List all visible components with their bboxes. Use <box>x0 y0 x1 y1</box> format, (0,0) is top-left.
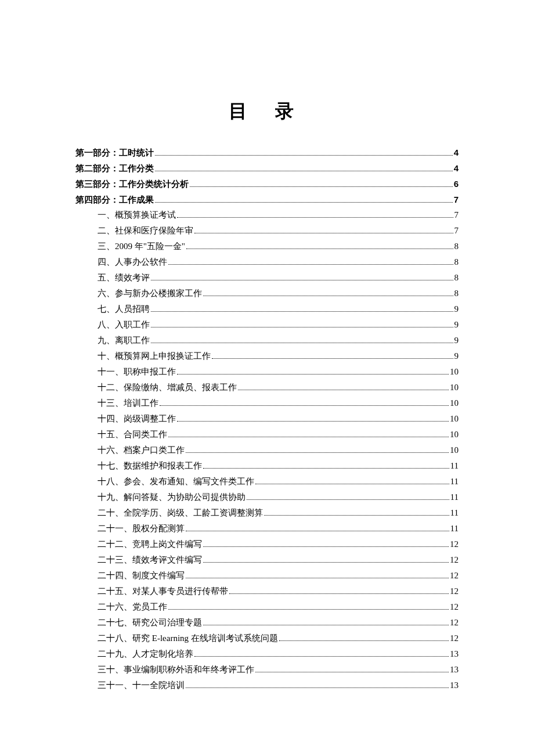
toc-entry: 二十四、制度文件编写12 <box>75 568 459 584</box>
toc-dots-leader <box>151 343 453 343</box>
toc-dots-leader <box>186 687 449 688</box>
toc-entry-page: 11 <box>450 474 459 489</box>
toc-entry-label: 一、概预算换证考试 <box>98 207 176 223</box>
toc-dots-leader <box>255 484 449 484</box>
toc-dots-leader <box>186 578 449 578</box>
toc-dots-leader <box>168 437 449 437</box>
toc-entry-page: 10 <box>450 364 459 380</box>
toc-dots-leader <box>155 171 453 171</box>
toc-dots-leader <box>203 546 449 547</box>
toc-dots-leader <box>168 609 449 610</box>
toc-entry: 七、人员招聘9 <box>75 301 459 317</box>
toc-dots-leader <box>203 562 449 563</box>
toc-entry: 二十五、对某人事专员进行传帮带12 <box>75 584 459 599</box>
toc-entry: 二、社保和医疗保险年审7 <box>75 223 459 239</box>
toc-entry-label: 十五、合同类工作 <box>98 427 167 442</box>
toc-entry-label: 十四、岗级调整工作 <box>98 411 176 427</box>
toc-entry: 八、入职工作9 <box>75 317 459 333</box>
toc-entry: 十、概预算网上申报换证工作9 <box>75 348 459 364</box>
toc-entry: 第一部分：工时统计4 <box>75 145 459 160</box>
toc-dots-leader <box>177 374 449 375</box>
toc-entry: 二十、全院学历、岗级、工龄工资调整测算11 <box>75 505 459 521</box>
toc-entry: 二十八、研究 E-learning 在线培训考试系统问题12 <box>75 631 459 646</box>
toc-entry-label: 十七、数据维护和报表工作 <box>98 458 202 474</box>
toc-entry-label: 十、概预算网上申报换证工作 <box>98 348 211 364</box>
toc-dots-leader <box>264 515 449 516</box>
toc-entry-page: 11 <box>450 505 459 521</box>
toc-entry: 十九、解问答疑、为协助公司提供协助11 <box>75 489 459 505</box>
toc-entry: 六、参与新办公楼搬家工作8 <box>75 286 459 301</box>
toc-entry: 九、离职工作9 <box>75 333 459 348</box>
toc-entry-page: 13 <box>450 662 459 678</box>
toc-dots-leader <box>186 249 453 249</box>
toc-dots-leader <box>212 358 453 359</box>
toc-entry: 五、绩效考评8 <box>75 270 459 286</box>
toc-entry-label: 二、社保和医疗保险年审 <box>98 223 193 239</box>
toc-entry: 三十、事业编制职称外语和年终考评工作13 <box>75 662 459 678</box>
toc-entry: 十一、职称申报工作10 <box>75 364 459 380</box>
toc-entry-label: 二十七、研究公司治理专题 <box>98 615 202 631</box>
toc-dots-leader <box>238 390 449 390</box>
toc-dots-leader <box>194 656 449 657</box>
toc-entry-label: 第三部分：工作分类统计分析 <box>75 176 189 192</box>
toc-dots-leader <box>168 264 453 265</box>
toc-dots-leader <box>203 625 449 625</box>
toc-dots-leader <box>177 217 453 218</box>
toc-dots-leader <box>229 593 449 594</box>
toc-entry-label: 三、2009 年"五险一金" <box>98 239 185 254</box>
toc-entry-page: 9 <box>454 333 459 348</box>
toc-entry: 二十六、党员工作12 <box>75 599 459 615</box>
toc-entry: 第三部分：工作分类统计分析6 <box>75 176 459 192</box>
toc-entry-page: 8 <box>454 270 459 286</box>
toc-dots-leader <box>255 672 449 672</box>
toc-entry-label: 第一部分：工时统计 <box>75 145 154 160</box>
toc-entry: 三、2009 年"五险一金"8 <box>75 239 459 254</box>
toc-entry-page: 10 <box>450 442 459 458</box>
toc-entry-page: 8 <box>454 239 459 254</box>
toc-entry-page: 7 <box>454 207 459 223</box>
toc-entry: 二十九、人才定制化培养13 <box>75 646 459 662</box>
toc-dots-leader <box>186 531 449 531</box>
toc-dots-leader <box>151 327 453 327</box>
toc-entry-label: 三十、事业编制职称外语和年终考评工作 <box>98 662 254 678</box>
table-of-contents: 第一部分：工时统计4第二部分：工作分类4第三部分：工作分类统计分析6第四部分：工… <box>75 145 459 693</box>
toc-dots-leader <box>177 421 449 422</box>
toc-dots-leader <box>203 296 453 296</box>
toc-entry-page: 12 <box>450 599 459 615</box>
toc-entry-page: 10 <box>450 411 459 427</box>
toc-entry-page: 8 <box>454 254 459 270</box>
toc-dots-leader <box>151 280 453 280</box>
toc-entry-label: 二十九、人才定制化培养 <box>98 646 193 662</box>
toc-entry: 十四、岗级调整工作10 <box>75 411 459 427</box>
toc-entry: 十七、数据维护和报表工作11 <box>75 458 459 474</box>
toc-entry-page: 12 <box>450 552 459 568</box>
toc-entry-page: 4 <box>454 145 459 160</box>
toc-entry-page: 12 <box>450 568 459 584</box>
toc-entry-page: 10 <box>450 395 459 411</box>
toc-entry: 第二部分：工作分类4 <box>75 160 459 176</box>
toc-entry-label: 五、绩效考评 <box>98 270 150 286</box>
toc-dots-leader <box>194 233 453 233</box>
toc-entry-page: 8 <box>454 286 459 301</box>
toc-entry-page: 11 <box>450 489 459 505</box>
toc-entry-page: 9 <box>454 301 459 317</box>
toc-entry: 十三、培训工作10 <box>75 395 459 411</box>
toc-entry-page: 11 <box>450 458 459 474</box>
toc-entry-label: 二十二、竞聘上岗文件编写 <box>98 537 202 552</box>
toc-entry-label: 十九、解问答疑、为协助公司提供协助 <box>98 489 246 505</box>
toc-entry: 十八、参会、发布通知、编写文件类工作11 <box>75 474 459 489</box>
toc-entry-page: 12 <box>450 615 459 631</box>
toc-entry-label: 第二部分：工作分类 <box>75 160 154 176</box>
toc-entry-label: 二十一、股权分配测算 <box>98 521 185 537</box>
toc-entry-page: 12 <box>450 584 459 599</box>
toc-entry-label: 二十六、党员工作 <box>98 599 167 615</box>
toc-entry: 一、概预算换证考试7 <box>75 207 459 223</box>
toc-entry-label: 八、入职工作 <box>98 317 150 333</box>
toc-entry: 二十一、股权分配测算11 <box>75 521 459 537</box>
toc-entry: 三十一、十一全院培训13 <box>75 678 459 693</box>
toc-entry-page: 7 <box>454 192 459 207</box>
toc-entry: 十二、保险缴纳、增减员、报表工作10 <box>75 380 459 395</box>
toc-entry-page: 12 <box>450 631 459 646</box>
toc-entry-label: 二十、全院学历、岗级、工龄工资调整测算 <box>98 505 263 521</box>
toc-entry-page: 13 <box>450 646 459 662</box>
